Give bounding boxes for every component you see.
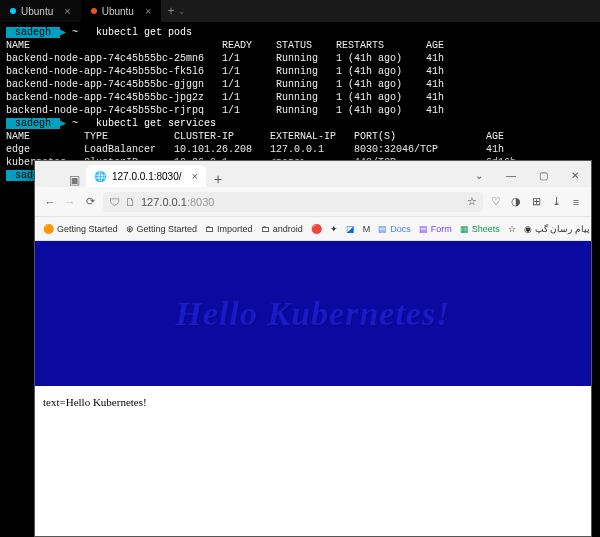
bookmark-folder-imported[interactable]: 🗀 Imported: [205, 224, 253, 234]
prompt-user: sadegh: [6, 118, 60, 129]
tab-label: Ubuntu: [102, 6, 134, 17]
window-controls: ⌄ — ▢ ✕: [463, 163, 591, 187]
forward-button[interactable]: →: [63, 196, 77, 208]
bookmark-gap[interactable]: ◉ پیام رسان گپ: [524, 224, 590, 234]
bookmark-icon-2[interactable]: ✦: [330, 224, 338, 234]
browser-tab[interactable]: 🌐 127.0.0.1:8030/ ×: [86, 165, 206, 187]
maximize-button[interactable]: ▢: [527, 163, 559, 187]
info-icon[interactable]: 🗋: [125, 196, 136, 208]
powershell-icon: [10, 8, 16, 14]
bookmark-icon-4[interactable]: ☆: [508, 224, 516, 234]
prompt-user: sadegh: [6, 27, 60, 38]
account-icon[interactable]: ◑: [509, 195, 523, 208]
globe-icon: 🌐: [94, 171, 106, 182]
terminal-tab-ubuntu-1[interactable]: Ubuntu ×: [0, 0, 81, 22]
minimize-button[interactable]: —: [495, 163, 527, 187]
back-button[interactable]: ←: [43, 196, 57, 208]
close-icon[interactable]: ×: [145, 5, 151, 17]
tab-label: Ubuntu: [21, 6, 53, 17]
tab-title: 127.0.0.1:8030/: [112, 171, 182, 182]
extensions-icon[interactable]: ⊞: [529, 195, 543, 208]
prompt-path: ~: [72, 118, 78, 129]
bookmark-folder-android[interactable]: 🗀 android: [261, 224, 303, 234]
command-2: kubectl get services: [96, 118, 216, 129]
command-1: kubectl get pods: [96, 27, 192, 38]
bookmark-icon-1[interactable]: 🔴: [311, 224, 322, 234]
browser-toolbar: ← → ⟳ 🛡 🗋 127.0.0.1:8030 ☆ ♡ ◑ ⊞ ⤓ ≡: [35, 187, 591, 217]
new-tab-button[interactable]: +: [167, 4, 174, 18]
firefox-view-icon[interactable]: ▣: [65, 173, 84, 187]
bookmark-icon-3[interactable]: ◪: [346, 224, 355, 234]
bookmark-docs[interactable]: ▤ Docs: [378, 224, 411, 234]
bookmark-getting-started-1[interactable]: 🟠 Getting Started: [43, 224, 118, 234]
browser-window: ▣ 🌐 127.0.0.1:8030/ × + ⌄ — ▢ ✕ ← → ⟳ 🛡 …: [34, 160, 592, 537]
address-bar[interactable]: 🛡 🗋 127.0.0.1:8030 ☆: [103, 192, 483, 212]
bookmark-gmail[interactable]: M: [363, 224, 371, 234]
url-port: :8030: [187, 196, 215, 208]
shield-icon[interactable]: 🛡: [109, 196, 120, 208]
bookmark-form[interactable]: ▤ Form: [419, 224, 452, 234]
prompt-sep: ▶: [60, 27, 66, 38]
page-viewport: Hello Kubernetes! text=Hello Kubernetes!: [35, 241, 591, 536]
response-text: text=Hello Kubernetes!: [35, 386, 591, 418]
close-icon[interactable]: ×: [192, 170, 198, 182]
new-tab-button[interactable]: +: [208, 171, 228, 187]
close-button[interactable]: ✕: [559, 163, 591, 187]
refresh-button[interactable]: ⟳: [83, 195, 97, 208]
bookmark-getting-started-2[interactable]: ⊕ Getting Started: [126, 224, 198, 234]
tab-menu-chevron-icon[interactable]: ⌄: [178, 6, 186, 16]
download-icon[interactable]: ⤓: [549, 195, 563, 208]
browser-tab-strip: ▣ 🌐 127.0.0.1:8030/ × + ⌄ — ▢ ✕: [35, 161, 591, 187]
hero-text: Hello Kubernetes!: [176, 295, 451, 333]
close-icon[interactable]: ×: [64, 5, 70, 17]
url-host: 127.0.0.1: [141, 196, 187, 208]
menu-button[interactable]: ≡: [569, 196, 583, 208]
tabs-dropdown-icon[interactable]: ⌄: [463, 163, 495, 187]
prompt-sep: ▶: [60, 118, 66, 129]
save-icon[interactable]: ♡: [489, 195, 503, 208]
hero-banner: Hello Kubernetes!: [35, 241, 591, 386]
bookmark-star-icon[interactable]: ☆: [467, 195, 477, 208]
bookmarks-bar: 🟠 Getting Started ⊕ Getting Started 🗀 Im…: [35, 217, 591, 241]
terminal-tab-strip: Ubuntu × Ubuntu × + ⌄: [0, 0, 600, 22]
ubuntu-icon: [91, 8, 97, 14]
bookmark-sheets[interactable]: ▦ Sheets: [460, 224, 500, 234]
prompt-path: ~: [72, 27, 78, 38]
terminal-tab-ubuntu-2[interactable]: Ubuntu ×: [81, 0, 162, 22]
